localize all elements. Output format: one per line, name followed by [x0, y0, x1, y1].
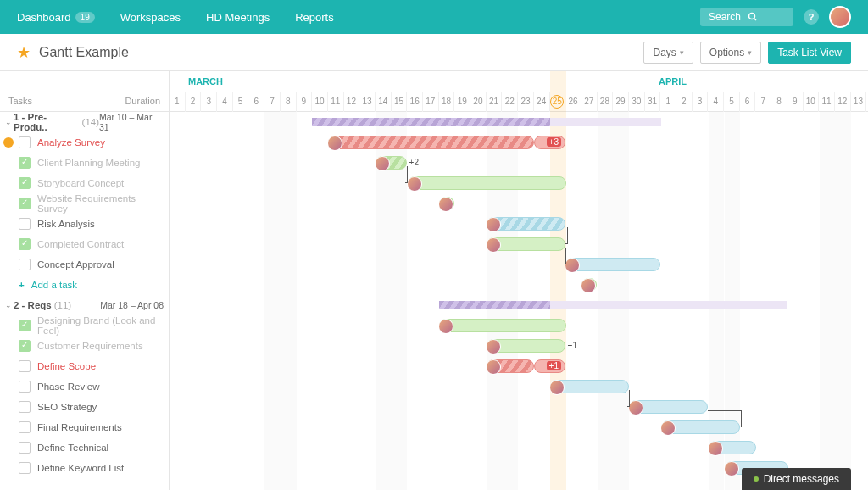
avatar-icon — [486, 339, 501, 354]
overflow-badge: +1 — [565, 341, 580, 350]
task-phase-review[interactable]: Phase Review — [0, 376, 169, 397]
overflow-badge: +2 — [407, 158, 421, 167]
bar-analyze[interactable] — [328, 136, 534, 149]
avatar-icon — [327, 136, 342, 151]
avatar-icon — [724, 461, 739, 476]
task-analyze-survey[interactable]: Analyze Survey — [0, 132, 169, 153]
svg-point-0 — [749, 14, 755, 19]
user-avatar[interactable] — [829, 6, 851, 28]
month-april: April — [655, 71, 687, 92]
day-cell: 12 — [835, 92, 851, 112]
day-cell: 17 — [423, 92, 439, 112]
gantt-chart[interactable]: March April 1234567891011121314151617181… — [170, 71, 868, 490]
avatar-icon — [486, 359, 501, 375]
task-website-req[interactable]: Website Requirements Survey — [0, 193, 169, 214]
day-cell: 3 — [693, 92, 709, 112]
task-brand[interactable]: Designing Brand (Look and Feel) — [0, 315, 169, 336]
tasklist-view-button[interactable]: Task List View — [768, 42, 851, 64]
bar-approval[interactable] — [565, 258, 660, 271]
bar-milestone[interactable] — [581, 278, 597, 292]
task-final-req[interactable]: Final Requirements — [0, 417, 169, 437]
bar-phase[interactable] — [550, 380, 629, 393]
avatar-icon — [660, 420, 676, 436]
avatar-icon — [438, 319, 453, 334]
task-client-planning[interactable]: Client Planning Meeting — [0, 153, 169, 173]
chevron-down-icon: ▾ — [680, 48, 684, 57]
day-cell: 5 — [233, 92, 249, 112]
day-cell: 2 — [186, 92, 202, 112]
nav-dashboard[interactable]: Dashboard19 — [17, 11, 95, 24]
month-march: March — [185, 71, 223, 92]
star-icon[interactable]: ★ — [17, 43, 31, 62]
options-dropdown[interactable]: Options▾ — [700, 42, 761, 64]
days-dropdown[interactable]: Days▾ — [643, 42, 693, 64]
task-sidebar: TasksDuration ⌄1 - Pre-Produ..(14)Mar 10… — [0, 71, 170, 490]
bar-storyboard[interactable] — [408, 176, 566, 190]
add-task-button[interactable]: +Add a task — [0, 275, 169, 295]
day-cell: 2 — [676, 92, 693, 112]
day-cell: 9 — [297, 92, 313, 112]
bar-group1-summary[interactable] — [312, 118, 550, 126]
caret-icon: ⌄ — [5, 301, 12, 309]
bar-website-req[interactable] — [439, 197, 454, 210]
day-cell: 29 — [613, 92, 629, 112]
bar-risk[interactable] — [487, 217, 565, 231]
caret-icon: ⌄ — [5, 118, 12, 126]
day-cell: 10 — [804, 92, 820, 112]
bar-seo[interactable] — [629, 400, 708, 414]
day-cell: 9 — [787, 92, 804, 112]
day-cell: 23 — [518, 92, 534, 112]
day-cell: 7 — [264, 92, 281, 112]
page-title: Gantt Example — [39, 45, 129, 60]
col-tasks: Tasks — [8, 96, 32, 106]
bar-customer[interactable]: +1 — [487, 339, 565, 353]
bar-client[interactable]: +2 — [376, 156, 407, 170]
nav-reports[interactable]: Reports — [295, 11, 334, 24]
day-cell: 3 — [201, 92, 217, 112]
task-storyboard[interactable]: Storyboard Concept — [0, 173, 169, 193]
avatar-icon — [486, 237, 501, 253]
page-header: ★ Gantt Example Days▾ Options▾ Task List… — [0, 34, 868, 71]
task-customer-req[interactable]: Customer Requirements — [0, 336, 169, 356]
bar-analyze-ext[interactable]: +3 — [534, 136, 565, 149]
search-icon — [748, 12, 758, 22]
bar-group2-summary-ext — [550, 301, 787, 309]
bar-brand[interactable] — [439, 319, 566, 332]
bar-scope[interactable] — [487, 359, 534, 373]
day-cell: 26 — [565, 92, 581, 112]
day-cell: 18 — [439, 92, 455, 112]
group-reqs[interactable]: ⌄2 - Reqs(11)Mar 18 – Apr 08 — [0, 295, 169, 315]
avatar-icon — [407, 176, 422, 192]
day-cell: 30 — [629, 92, 645, 112]
bar-contract[interactable] — [487, 237, 565, 251]
day-cell: 7 — [755, 92, 771, 112]
day-cell: 1 — [170, 92, 186, 112]
overflow-badge: +1 — [547, 361, 561, 370]
nav-workspaces[interactable]: Workspaces — [120, 11, 181, 24]
day-cell: 4 — [708, 92, 724, 112]
task-keyword-list[interactable]: Define Keyword List — [0, 458, 169, 478]
task-contract[interactable]: Completed Contract — [0, 234, 169, 254]
group-preproduction[interactable]: ⌄1 - Pre-Produ..(14)Mar 10 – Mar 31 — [0, 112, 169, 132]
bar-technical[interactable] — [709, 441, 756, 454]
avatar-icon — [438, 197, 453, 212]
avatar-icon — [486, 217, 501, 232]
task-define-technical[interactable]: Define Technical — [0, 437, 169, 458]
avatar-icon — [628, 400, 643, 415]
day-cell: 13 — [359, 92, 376, 112]
day-cell: 5 — [724, 92, 740, 112]
nav-meetings[interactable]: HD Meetings — [206, 11, 270, 24]
day-cell: 14 — [376, 92, 392, 112]
avatar-icon — [549, 380, 565, 395]
bar-group2-summary[interactable] — [439, 301, 550, 309]
bar-group1-summary-ext — [550, 118, 661, 126]
bar-scope-ext[interactable]: +1 — [534, 359, 565, 373]
task-concept-approval[interactable]: Concept Approval — [0, 254, 169, 275]
task-define-scope[interactable]: Define Scope — [0, 356, 169, 376]
search-input[interactable]: Search — [700, 8, 793, 26]
day-cell: 20 — [470, 92, 487, 112]
task-risk-analysis[interactable]: Risk Analysis — [0, 214, 169, 234]
task-seo[interactable]: SEO Strategy — [0, 397, 169, 417]
help-icon[interactable]: ? — [804, 9, 819, 25]
direct-messages-button[interactable]: Direct messages — [742, 468, 851, 490]
